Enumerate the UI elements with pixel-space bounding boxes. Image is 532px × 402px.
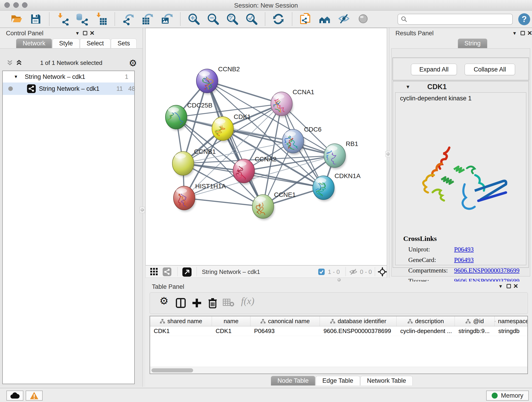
node-label-CCNA2: CCNA2 [255, 156, 277, 163]
panel-close-icon[interactable]: × [513, 281, 518, 290]
node-table[interactable]: shared namename canonical name database … [150, 316, 528, 374]
table-cell[interactable]: CDK1 [212, 326, 250, 336]
fit-selected-crosshair-icon[interactable] [378, 267, 387, 277]
selected-checkbox-icon[interactable] [318, 268, 325, 275]
panel-menu-icon[interactable]: ▼ [498, 284, 503, 289]
column-header-database-identifier[interactable]: database identifier [320, 316, 397, 326]
birdseye-view-icon[interactable] [182, 268, 191, 277]
open-session-icon[interactable] [9, 12, 24, 26]
tab-select[interactable]: Select [80, 38, 110, 48]
network-collection-row[interactable]: ▼ String Network – cdk1 1 [3, 71, 134, 83]
splitter-handle-icon[interactable] [386, 153, 390, 156]
crosslink-link[interactable]: P06493 [454, 256, 474, 267]
tab-string[interactable]: String [458, 38, 487, 48]
column-header-namespace[interactable]: namespace [495, 316, 528, 326]
import-network-from-database-icon[interactable] [75, 12, 89, 26]
tab-edge-table[interactable]: Edge Table [316, 376, 360, 385]
network-row-selected[interactable]: String Network – cdk1 11 48 [3, 83, 134, 95]
scrollbar-thumb[interactable] [152, 368, 193, 372]
zoom-in-icon[interactable] [187, 12, 201, 26]
panel-close-icon[interactable]: × [527, 28, 532, 37]
function-builder-icon[interactable]: f(x) [241, 295, 254, 306]
add-column-icon[interactable] [191, 298, 202, 308]
panel-menu-icon[interactable]: ▼ [75, 31, 80, 36]
column-header-shared-name[interactable]: shared name [150, 316, 212, 326]
collapse-all-button[interactable]: Collapse All [465, 64, 515, 75]
zoom-selected-icon[interactable] [244, 12, 259, 26]
entry-header[interactable]: ▼ CDK1 [393, 81, 529, 92]
graph-node-RB1[interactable]: RB1 [320, 140, 358, 172]
graph-node-CDKN1A[interactable]: CDKN1A [313, 172, 361, 207]
cloud-button[interactable] [6, 390, 23, 401]
left-splitter[interactable] [143, 28, 146, 387]
table-horizontal-scrollbar[interactable] [150, 367, 527, 374]
splitter-handle-icon[interactable] [337, 278, 341, 281]
network-options-gear-icon[interactable]: ⚙ [129, 58, 137, 68]
memory-button[interactable]: Memory [486, 390, 529, 401]
crosslink-link[interactable]: 9606.ENSP00000378699 [454, 267, 519, 277]
tab-network[interactable]: Network [16, 38, 52, 48]
tab-node-table[interactable]: Node Table [271, 376, 315, 385]
splitter-handle-icon[interactable] [141, 208, 144, 211]
table-cell[interactable]: stringdb [495, 326, 528, 336]
graph-node-CCNA2[interactable]: CCNA2 [233, 156, 277, 191]
selected-count: 1 - 0 [328, 268, 340, 275]
tab-network-table[interactable]: Network Table [360, 376, 413, 385]
help-button[interactable]: ? [518, 13, 530, 25]
tab-style[interactable]: Style [52, 38, 80, 48]
export-table-icon[interactable] [140, 12, 155, 26]
export-network-icon[interactable] [121, 12, 135, 26]
column-header-canonical-name[interactable]: canonical name [250, 316, 320, 326]
search-input[interactable] [408, 15, 512, 24]
table-cell[interactable]: stringdb:9... [455, 326, 495, 336]
column-header-description[interactable]: description [397, 316, 455, 326]
panel-float-icon[interactable] [507, 284, 511, 288]
save-session-icon[interactable] [29, 12, 43, 26]
entry-expander-icon[interactable]: ▼ [405, 84, 410, 89]
right-splitter[interactable] [387, 28, 389, 278]
panel-close-icon[interactable]: × [90, 28, 94, 37]
edge-count: 48 [128, 85, 135, 92]
grid-view-icon[interactable] [150, 268, 158, 276]
column-header-@id[interactable]: @id [455, 316, 495, 326]
export-image-icon[interactable] [160, 12, 174, 26]
hidden-eye-icon[interactable] [349, 269, 357, 275]
expand-all-button[interactable]: Expand All [411, 64, 457, 75]
network-canvas[interactable]: CCNB2CCNA1CDC25BCDK1CDC6RB1CCNB1CCNA2CDK… [146, 28, 387, 265]
table-cell[interactable]: 9606.ENSP00000378699 [320, 326, 397, 336]
delete-column-icon[interactable] [208, 298, 218, 309]
show-columns-icon[interactable] [176, 298, 186, 308]
table-cell[interactable]: cyclin-dependent ... [397, 326, 455, 336]
import-network-from-file-icon[interactable] [56, 12, 70, 26]
toolbar-icon-strip [7, 11, 373, 27]
panel-float-icon[interactable] [83, 31, 87, 35]
graph-node-CCNA1[interactable]: CCNA1 [271, 89, 314, 121]
table-toolbar: ⚙ f(x) [150, 293, 528, 314]
network-view-icon[interactable] [163, 268, 171, 276]
zoom-out-icon[interactable] [206, 12, 220, 26]
refresh-network-icon[interactable] [272, 12, 286, 26]
import-table-from-file-icon[interactable] [94, 12, 108, 26]
table-row[interactable]: CDK1CDK1P064939606.ENSP00000378699cyclin… [150, 326, 527, 336]
tab-sets[interactable]: Sets [111, 38, 137, 48]
graph-node-CCNE1[interactable]: CCNE1 [252, 191, 296, 227]
network-graph[interactable]: CCNB2CCNA1CDC25BCDK1CDC6RB1CCNB1CCNA2CDK… [146, 28, 386, 265]
tree-expander-icon[interactable]: ▼ [14, 74, 18, 79]
table-cell[interactable]: CDK1 [150, 326, 212, 336]
network-overview-icon[interactable] [318, 12, 332, 26]
panel-float-icon[interactable] [520, 31, 525, 35]
table-cell[interactable]: P06493 [250, 326, 320, 336]
crosslink-link[interactable]: P06493 [454, 246, 474, 256]
first-neighbors-icon[interactable] [298, 12, 313, 26]
column-header-name[interactable]: name [212, 316, 250, 326]
show-graphics-details-icon[interactable] [356, 12, 370, 26]
zoom-fit-content-icon[interactable] [225, 12, 239, 26]
panel-menu-icon[interactable]: ▼ [512, 31, 517, 36]
hide-selected-icon[interactable] [337, 12, 351, 26]
crosslink-row: Compartments:9606.ENSP00000378699 [408, 267, 522, 277]
delete-table-icon[interactable] [223, 298, 234, 307]
graph-node-CDC6[interactable]: CDC6 [277, 126, 322, 160]
table-panel-title: Table Panel [152, 283, 184, 290]
warning-button[interactable] [26, 390, 43, 401]
table-settings-gear-icon[interactable]: ⚙ [159, 295, 168, 307]
